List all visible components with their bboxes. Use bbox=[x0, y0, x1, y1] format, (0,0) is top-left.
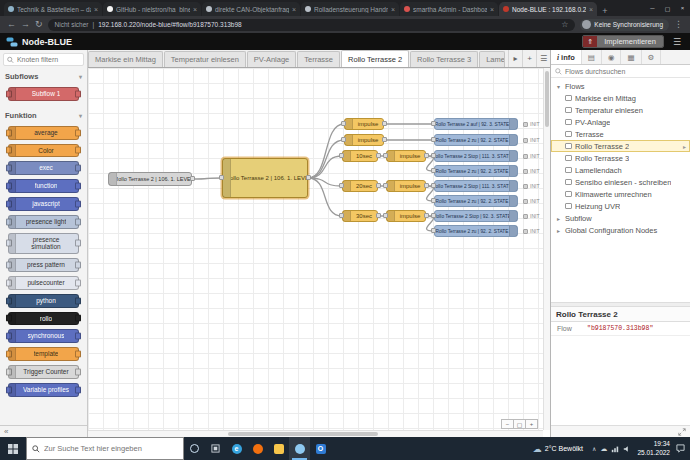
flow-node-impulse[interactable]: impulse bbox=[386, 210, 426, 222]
palette-search[interactable] bbox=[3, 53, 84, 66]
add-flow-button[interactable]: + bbox=[522, 50, 536, 67]
bookmark-star-icon[interactable]: ☆ bbox=[561, 20, 568, 29]
sidebar-search-input[interactable] bbox=[565, 68, 686, 75]
palette-node-function[interactable]: function bbox=[8, 179, 79, 193]
browser-tab-direkte-can-objektanfrage[interactable]: direkte CAN-Objektanfrage× bbox=[202, 2, 300, 16]
node-input-port[interactable] bbox=[339, 213, 344, 218]
palette-node-rollo[interactable]: rollo bbox=[8, 312, 79, 326]
tree-flow-klimawerte-umrechnen[interactable]: Klimawerte umrechnen bbox=[551, 188, 690, 200]
palette-node-pulsecounter[interactable]: pulsecounter bbox=[8, 276, 79, 290]
browser-tab-node-blue-192-168-0-220[interactable]: Node-BLUE : 192.168.0.220× bbox=[499, 2, 597, 16]
flow-list-icon[interactable]: ☰ bbox=[536, 50, 550, 67]
flow-tab-rollo-terrasse-2[interactable]: Rollo Terrasse 2 bbox=[341, 50, 409, 67]
task-view-button[interactable] bbox=[205, 437, 226, 460]
canvas-hscrollbar[interactable] bbox=[88, 430, 543, 437]
node-input-port[interactable] bbox=[431, 121, 436, 126]
flow-node-rollo-terrasse-2-auf-92-3-state[interactable]: Rollo Terrasse 2 auf | 92. 3. STATE bbox=[434, 118, 518, 130]
node-output-port[interactable] bbox=[376, 153, 381, 158]
flow-tab-terrasse[interactable]: Terrasse bbox=[297, 51, 340, 67]
new-tab-button[interactable]: + bbox=[598, 6, 612, 16]
flow-node-impulse[interactable]: impulse bbox=[344, 118, 384, 130]
main-menu-icon[interactable]: ☰ bbox=[670, 37, 684, 47]
wire[interactable] bbox=[308, 178, 342, 216]
firefox-taskbar-button[interactable] bbox=[247, 437, 268, 460]
sidebar-search[interactable] bbox=[551, 65, 690, 78]
tree-flow-rollo-terrasse-2[interactable]: Rollo Terrasse 2▸ bbox=[551, 140, 690, 152]
palette-node-subflow-1[interactable]: Subflow 1 bbox=[8, 87, 79, 101]
taskbar-clock[interactable]: 19:34 25.01.2022 bbox=[637, 440, 670, 456]
wire[interactable] bbox=[308, 156, 342, 178]
tree-flow-markise-ein-mittag[interactable]: Markise ein Mittag bbox=[551, 92, 690, 104]
network-icon[interactable] bbox=[611, 445, 619, 453]
node-input-port[interactable] bbox=[383, 183, 388, 188]
maximize-button[interactable]: ▢ bbox=[660, 0, 675, 16]
flow-tab-pv-anlage[interactable]: PV-Anlage bbox=[247, 51, 296, 67]
tree-flow-heizung-uvr[interactable]: Heizung UVR bbox=[551, 200, 690, 212]
palette-node-trigger-counter[interactable]: Trigger Counter bbox=[8, 365, 79, 379]
tab-config[interactable]: ⚙ bbox=[642, 50, 662, 64]
scroll-tabs-right-icon[interactable]: ▸ bbox=[508, 50, 522, 67]
flow-tab-temperatur-einlesen[interactable]: Temperatur einlesen bbox=[164, 51, 246, 67]
node-output-port[interactable] bbox=[424, 213, 429, 218]
tab-help[interactable]: ▤ bbox=[582, 50, 602, 64]
browser-tab-technik-bastelleien-das-ila[interactable]: Technik & Bastelleien – das ila× bbox=[4, 2, 102, 16]
node-input-port[interactable] bbox=[431, 228, 436, 233]
zoom-in-button[interactable]: + bbox=[525, 419, 538, 429]
node-input-port[interactable] bbox=[431, 137, 436, 142]
node-input-port[interactable] bbox=[431, 198, 436, 203]
palette-node-presence-simulation[interactable]: presence simulation bbox=[8, 233, 79, 255]
scrollbar-thumb[interactable] bbox=[545, 71, 549, 127]
node-input-port[interactable] bbox=[431, 168, 436, 173]
taskbar-search-input[interactable] bbox=[44, 444, 178, 453]
outlook-taskbar-button[interactable]: O bbox=[310, 437, 331, 460]
tree-flow-sensibo-einlesen-schreiben[interactable]: Sensibo einlesen - schreiben bbox=[551, 176, 690, 188]
browser-tab-github-nielstron-ha-blnet[interactable]: GitHub - nielstron/ha_blnet× bbox=[103, 2, 201, 16]
flow-node-rollo-terrasse-2-zu-92-2-state[interactable]: Rollo Terrasse 2 zu | 92. 2. STATE bbox=[434, 165, 518, 177]
node-input-port[interactable] bbox=[431, 153, 436, 158]
node-output-port[interactable] bbox=[190, 176, 195, 181]
browser-menu-icon[interactable]: ⋮ bbox=[674, 20, 683, 29]
node-input-port[interactable] bbox=[383, 153, 388, 158]
flow-node-impulse[interactable]: impulse bbox=[386, 150, 426, 162]
flow-node-rollo-terrasse-2-zu-92-2-state[interactable]: Rollo Terrasse 2 zu | 92. 2. STATE bbox=[434, 195, 518, 207]
collapse-palette-icon[interactable]: « bbox=[4, 427, 8, 436]
palette-node-presence-light[interactable]: presence light bbox=[8, 215, 79, 229]
palette-node-template[interactable]: template bbox=[8, 347, 79, 361]
url-bar[interactable]: Nicht sicher | 192.168.0.220/node-blue/#… bbox=[48, 19, 576, 31]
minimize-button[interactable]: ─ bbox=[645, 0, 660, 16]
palette-node-press-pattern[interactable]: press pattern bbox=[8, 258, 79, 272]
cortana-button[interactable] bbox=[184, 437, 205, 460]
node-output-port[interactable] bbox=[382, 121, 387, 126]
node-input-port[interactable] bbox=[383, 213, 388, 218]
flow-tab-lamellen[interactable]: Lamellen bbox=[479, 51, 505, 67]
forward-icon[interactable]: → bbox=[21, 20, 30, 29]
profile-chip[interactable]: Keine Synchronisierung bbox=[580, 19, 669, 31]
close-button[interactable]: × bbox=[675, 0, 690, 16]
node-input-port[interactable] bbox=[219, 175, 224, 180]
flow-node-rollo-terrasse-2-stop-92-3-state[interactable]: Rollo Terrasse 2 Stop | 92. 3. STATE bbox=[434, 210, 518, 222]
tree-flow-rollo-terrasse-3[interactable]: Rollo Terrasse 3 bbox=[551, 152, 690, 164]
flow-node-rollo-terrasse-2-zu-92-2-state[interactable]: Rollo Terrasse 2 zu | 92. 2. STATE bbox=[434, 225, 518, 237]
chrome-taskbar-button[interactable] bbox=[289, 437, 310, 460]
tab-close-icon[interactable]: × bbox=[193, 6, 197, 13]
tab-close-icon[interactable]: × bbox=[292, 6, 296, 13]
deploy-button[interactable]: ⇑ Implementieren bbox=[582, 35, 664, 48]
expand-icon[interactable] bbox=[678, 428, 686, 436]
flow-node-rollo-terrasse-2-106-1-level[interactable]: Rollo Terrasse 2 | 106. 1. LEVEL bbox=[108, 172, 192, 186]
wire[interactable] bbox=[308, 124, 344, 178]
node-input-port[interactable] bbox=[431, 183, 436, 188]
node-output-port[interactable] bbox=[424, 183, 429, 188]
tree-root-global-configuration-nodes[interactable]: ▸Global Configuration Nodes bbox=[551, 224, 690, 236]
tab-close-icon[interactable]: × bbox=[589, 6, 593, 13]
palette-node-variable-profiles[interactable]: Variable profiles bbox=[8, 383, 79, 397]
flow-tab-markise-ein-mittag[interactable]: Markise ein Mittag bbox=[88, 51, 163, 67]
flow-node-impulse[interactable]: impulse bbox=[344, 134, 384, 146]
palette-search-input[interactable] bbox=[17, 56, 80, 63]
node-input-port[interactable] bbox=[341, 121, 346, 126]
palette-node-python[interactable]: python bbox=[8, 294, 79, 308]
wire[interactable] bbox=[192, 178, 222, 179]
palette-section-header-subflows[interactable]: Subflows▾ bbox=[0, 69, 87, 82]
node-output-port[interactable] bbox=[382, 137, 387, 142]
flow-canvas[interactable]: − ▢ + Rollo Terrasse 2 | 106. 1. LEVELRo… bbox=[88, 68, 550, 437]
browser-tab-smartha-admin-dashboard[interactable]: smartha Admin - Dashboard× bbox=[400, 2, 498, 16]
